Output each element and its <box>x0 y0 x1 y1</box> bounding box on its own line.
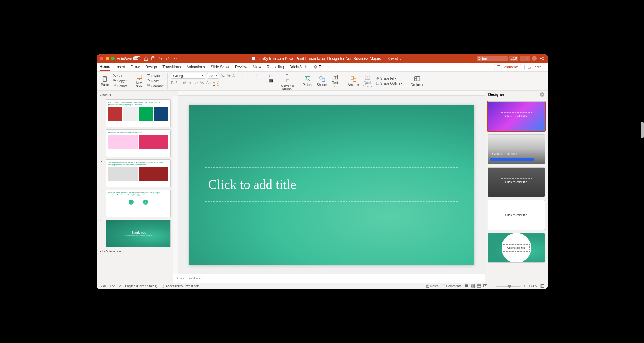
notes-pane[interactable]: Click to add notes <box>173 274 485 283</box>
design-option-5[interactable]: Click to add title <box>488 233 545 263</box>
maximize-window[interactable] <box>111 57 115 60</box>
tab-animations[interactable]: Animations <box>186 64 205 70</box>
sorter-view-button[interactable] <box>471 284 475 288</box>
tab-transitions[interactable]: Transitions <box>162 64 181 70</box>
zoom-slider[interactable] <box>496 286 521 287</box>
tab-view[interactable]: View <box>253 64 261 70</box>
language-status[interactable]: English (United States) <box>125 284 157 288</box>
redo-icon[interactable] <box>165 56 170 61</box>
design-option-2[interactable]: Click to add title <box>488 134 545 164</box>
convert-smartart-button[interactable]: Convert to SmartArt <box>281 84 295 91</box>
decrease-font-button[interactable]: A▾ <box>226 74 231 78</box>
save-icon[interactable] <box>151 56 156 61</box>
increase-indent-button[interactable] <box>262 73 266 77</box>
paste-button[interactable]: Paste <box>100 75 111 87</box>
slide-thumbnail-79[interactable]: Thank you Now get out there and put thes… <box>106 220 171 247</box>
design-option-4[interactable]: Click to add title <box>488 200 545 230</box>
decrease-indent-button[interactable] <box>255 73 260 77</box>
shapes-button[interactable]: Shapes <box>316 75 329 87</box>
align-left-button[interactable] <box>241 79 246 83</box>
search-clear-button[interactable]: ✕ <box>532 56 537 61</box>
italic-button[interactable]: I <box>176 81 177 85</box>
share-button[interactable]: Share <box>524 64 544 70</box>
section-header-bonus[interactable]: ▾Bonus <box>97 92 173 98</box>
columns-button[interactable] <box>269 79 273 83</box>
accessibility-status[interactable]: Accessibility: Investigate <box>162 284 200 288</box>
share-icon-titlebar[interactable] <box>540 56 544 61</box>
arrange-button[interactable]: Arrange <box>347 75 360 87</box>
fit-to-window-button[interactable] <box>540 284 544 288</box>
quick-access-more[interactable]: ⋯ <box>173 56 177 61</box>
section-button[interactable]: Section▾ <box>146 84 164 88</box>
picture-button[interactable]: Picture <box>301 75 314 87</box>
tab-brightslide[interactable]: BrightSlide <box>290 64 308 70</box>
strike-button[interactable]: ab <box>183 81 187 85</box>
slide-thumbnail-panel[interactable]: ▾Bonus 75 Any of Nancy Duarte's presenta… <box>97 91 173 283</box>
copy-button[interactable]: Copy▾ <box>112 79 128 83</box>
numbering-button[interactable] <box>248 73 253 77</box>
shape-fill-button[interactable]: Shape Fill▾ <box>375 76 403 81</box>
font-size-select[interactable]: 22▾ <box>207 73 219 79</box>
underline-button[interactable]: U <box>178 81 181 85</box>
tab-design[interactable]: Design <box>145 64 157 70</box>
title-placeholder[interactable]: Click to add title <box>205 167 458 202</box>
quick-styles-button[interactable]: Quick Styles <box>362 73 373 89</box>
slide-thumbnail-75[interactable]: Any of Nancy Duarte's presentation books… <box>106 99 171 127</box>
comments-toggle[interactable]: Comments <box>442 284 461 288</box>
notes-toggle[interactable]: Notes <box>426 284 439 288</box>
zoom-in-button[interactable]: + <box>524 284 526 288</box>
tab-home[interactable]: Home <box>100 63 110 71</box>
slide-thumbnail-78[interactable]: Help me make this class better by answer… <box>106 190 171 217</box>
change-case-button[interactable]: Aa <box>206 81 211 85</box>
text-fill-button[interactable]: A <box>217 81 219 86</box>
search-prev-button[interactable]: ‹ <box>520 56 525 61</box>
bold-button[interactable]: B <box>171 81 174 85</box>
slideshow-view-button[interactable] <box>483 284 487 288</box>
line-spacing-button[interactable] <box>269 73 273 77</box>
design-option-3[interactable]: Click to add title <box>488 167 545 197</box>
tab-recording[interactable]: Recording <box>267 64 284 70</box>
new-slide-button[interactable]: New Slide <box>135 73 144 89</box>
increase-font-button[interactable]: A▴ <box>220 74 225 78</box>
font-family-select[interactable]: Georgia▾ <box>171 73 205 79</box>
tell-me-button[interactable]: Tell me <box>313 65 331 69</box>
cut-button[interactable]: Cut <box>112 74 128 78</box>
align-right-button[interactable] <box>255 79 260 83</box>
section-header-practice[interactable]: ▾Let's Practice <box>97 248 173 254</box>
slide-thumbnail-77[interactable]: Two final helpful books. Learn to write … <box>106 159 171 187</box>
comments-button[interactable]: Comments <box>494 64 521 70</box>
reset-button[interactable]: Reset <box>146 79 164 83</box>
autosave-toggle[interactable]: ON <box>133 56 141 60</box>
home-icon[interactable] <box>144 56 148 61</box>
search-input[interactable] <box>477 56 508 61</box>
close-window[interactable] <box>100 57 103 60</box>
bullets-button[interactable] <box>241 73 246 77</box>
title-dropdown-icon[interactable]: ⌄ <box>399 57 402 60</box>
subscript-button[interactable]: x₂ <box>189 81 193 85</box>
format-painter-button[interactable]: Format <box>112 84 128 88</box>
undo-icon[interactable] <box>158 56 163 61</box>
textbox-button[interactable]: Text Box <box>331 73 340 89</box>
font-color-button[interactable]: A <box>213 81 215 86</box>
zoom-out-button[interactable]: − <box>491 284 492 288</box>
designer-button[interactable]: Designer <box>410 75 425 87</box>
align-text-button[interactable] <box>285 79 290 83</box>
normal-view-button[interactable] <box>464 284 469 288</box>
text-direction-button[interactable] <box>285 73 290 77</box>
tab-slideshow[interactable]: Slide Show <box>211 64 229 70</box>
justify-button[interactable] <box>262 79 266 83</box>
slide-canvas[interactable]: Click to add title <box>189 105 474 265</box>
tab-review[interactable]: Review <box>235 64 247 70</box>
tab-insert[interactable]: Insert <box>116 64 125 70</box>
search-next-button[interactable]: › <box>525 56 530 61</box>
clear-format-button[interactable]: A̷ <box>232 74 235 78</box>
layout-button[interactable]: Layout▾ <box>146 74 164 78</box>
slide-counter[interactable]: Slide 81 of 112 <box>100 284 121 288</box>
tab-draw[interactable]: Draw <box>131 64 140 70</box>
shape-outline-button[interactable]: Shape Outline▾ <box>375 81 403 86</box>
minimize-window[interactable] <box>106 57 109 60</box>
designer-close-button[interactable]: ✕ <box>540 92 544 97</box>
design-option-1[interactable]: Click to add title <box>488 101 545 131</box>
reading-view-button[interactable] <box>477 284 481 288</box>
slide-thumbnail-76[interactable]: My books for improving data visualizatio… <box>106 129 171 157</box>
